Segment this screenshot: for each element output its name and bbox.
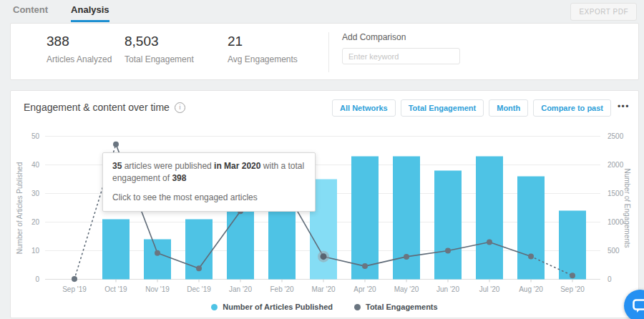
svg-text:Jun '20: Jun '20 — [436, 285, 459, 293]
legend-item-engagements[interactable]: Total Engagements — [354, 303, 438, 311]
compare-to-past-button[interactable]: Compare to past — [533, 99, 611, 117]
svg-text:1500: 1500 — [608, 190, 624, 197]
svg-text:May '20: May '20 — [394, 285, 419, 293]
svg-text:500: 500 — [608, 247, 620, 255]
total-engagement-button[interactable]: Total Engagement — [401, 99, 484, 117]
bar — [476, 157, 503, 280]
bar — [393, 157, 420, 280]
legend-label: Number of Articles Published — [223, 303, 333, 311]
line-dot — [196, 265, 202, 271]
line-dot — [528, 254, 534, 260]
line-dot — [487, 240, 492, 245]
svg-text:Dec '19: Dec '19 — [187, 285, 211, 293]
tab-analysis[interactable]: Analysis — [71, 4, 109, 22]
legend-dot-line — [354, 304, 361, 310]
bar — [517, 177, 545, 280]
svg-text:0: 0 — [35, 275, 39, 283]
stat-total-engagement: 8,503 Total Engagement — [125, 34, 194, 64]
svg-text:2500: 2500 — [608, 132, 624, 140]
line-dot-highlight — [321, 253, 327, 260]
stat-label: Avg Engagements — [228, 54, 298, 64]
svg-text:Nov '19: Nov '19 — [145, 285, 170, 293]
top-tab-bar: Content Analysis EXPORT PDF — [0, 0, 644, 22]
month-button[interactable]: Month — [489, 99, 528, 117]
line-dot — [445, 248, 451, 254]
svg-text:30: 30 — [31, 190, 40, 197]
svg-text:Jan '20: Jan '20 — [229, 285, 252, 293]
chart-title: Engagement & content over time — [24, 102, 170, 113]
stats-card: 388 Articles Analyzed 8,503 Total Engage… — [10, 23, 639, 80]
line-dot — [72, 276, 77, 282]
line-dot — [113, 142, 119, 147]
svg-text:Aug '20: Aug '20 — [519, 285, 543, 293]
stat-value: 388 — [47, 34, 112, 49]
svg-text:Number of Engagements: Number of Engagements — [623, 168, 631, 247]
analytics-page: Content Analysis EXPORT PDF 388 Articles… — [0, 0, 644, 319]
svg-text:Apr '20: Apr '20 — [353, 285, 376, 293]
svg-text:Jul '20: Jul '20 — [479, 285, 500, 293]
tab-content[interactable]: Content — [13, 4, 48, 22]
svg-text:Sep '19: Sep '19 — [62, 285, 87, 293]
tooltip-summary: 35 articles were published in Mar 2020 w… — [112, 160, 306, 185]
svg-text:Mar '20: Mar '20 — [311, 285, 335, 293]
svg-text:Sep '20: Sep '20 — [560, 285, 585, 293]
stat-value: 21 — [228, 34, 298, 49]
bar — [144, 240, 171, 280]
svg-text:Number of Articles Published: Number of Articles Published — [16, 162, 24, 254]
svg-text:Oct '19: Oct '19 — [104, 285, 127, 293]
chart-tooltip[interactable]: 35 articles were published in Mar 2020 w… — [102, 152, 316, 212]
stat-avg-engagements: 21 Avg Engagements — [228, 34, 298, 64]
svg-text:10: 10 — [31, 247, 40, 255]
line-dot — [404, 254, 409, 260]
line-dot — [362, 263, 368, 269]
bar — [351, 157, 379, 280]
export-pdf-button[interactable]: EXPORT PDF — [570, 3, 637, 21]
svg-text:20: 20 — [31, 218, 40, 226]
svg-text:1000: 1000 — [608, 218, 624, 226]
svg-text:2000: 2000 — [608, 161, 624, 169]
add-comparison-label: Add Comparison — [342, 32, 460, 42]
divider — [328, 32, 329, 72]
chart-legend: Number of Articles Published Total Engag… — [11, 303, 638, 311]
svg-text:Feb '20: Feb '20 — [270, 285, 293, 293]
svg-text:40: 40 — [31, 161, 40, 169]
bar — [102, 220, 130, 280]
comparison-keyword-input[interactable] — [342, 48, 460, 64]
line-dot — [570, 273, 575, 278]
tooltip-hint: Click to see the most engaged articles — [112, 192, 306, 204]
bar — [559, 211, 586, 280]
stat-label: Total Engagement — [125, 54, 194, 64]
chat-icon — [633, 299, 644, 313]
bar — [434, 171, 462, 280]
add-comparison: Add Comparison — [342, 32, 460, 64]
stat-articles-analyzed: 388 Articles Analyzed — [47, 34, 112, 64]
legend-label: Total Engagements — [366, 303, 438, 311]
tabs: Content Analysis — [13, 4, 109, 22]
stat-value: 8,503 — [125, 34, 194, 49]
legend-item-articles[interactable]: Number of Articles Published — [211, 303, 333, 311]
chart-controls: All Networks Total Engagement Month Comp… — [332, 99, 611, 117]
line-dot — [155, 250, 160, 256]
all-networks-button[interactable]: All Networks — [332, 99, 396, 117]
svg-text:0: 0 — [608, 275, 612, 283]
more-options-icon[interactable]: ••• — [618, 102, 630, 112]
stat-label: Articles Analyzed — [47, 54, 112, 64]
svg-text:50: 50 — [31, 132, 40, 140]
legend-dot-bars — [211, 304, 218, 310]
info-icon[interactable]: i — [175, 102, 185, 113]
